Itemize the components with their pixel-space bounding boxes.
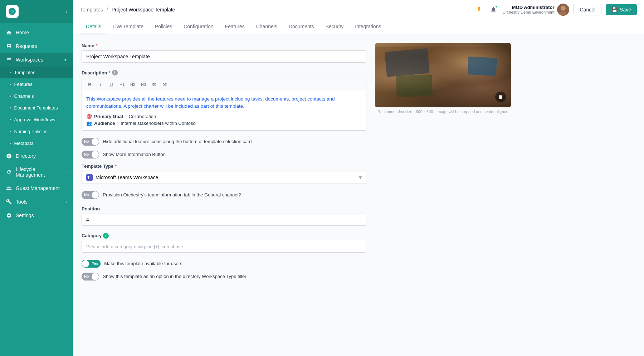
sidebar-item-settings[interactable]: Settings › bbox=[0, 209, 73, 222]
rte-bold-button[interactable]: B bbox=[86, 80, 94, 89]
sidebar-item-lifecycle[interactable]: Lifecycle Management › bbox=[0, 163, 73, 181]
rte-h1-button[interactable]: H1 bbox=[118, 80, 126, 89]
content-right: Recommended size - 600 x 600 - Image wil… bbox=[375, 43, 511, 286]
main-area: Templates / Project Workspace Template M… bbox=[73, 0, 644, 356]
sidebar-item-workspaces[interactable]: Workspaces ▼ bbox=[0, 53, 73, 67]
app-logo[interactable] bbox=[6, 5, 19, 18]
tab-integrations[interactable]: Integrations bbox=[349, 19, 387, 34]
sidebar-item-label-tools: Tools bbox=[16, 199, 63, 205]
tabs-bar: Details Live Template Policies Configura… bbox=[73, 19, 644, 34]
tab-policies[interactable]: Policies bbox=[149, 19, 178, 34]
rte-h3-button[interactable]: H3 bbox=[139, 80, 148, 89]
show-directory-toggle-row: No Show this template as an option in th… bbox=[82, 273, 366, 281]
svg-point-3 bbox=[561, 6, 566, 11]
tab-features[interactable]: Features bbox=[219, 19, 250, 34]
rte-content[interactable]: This Workspace provides all the features… bbox=[82, 91, 366, 131]
tab-details[interactable]: Details bbox=[80, 19, 107, 34]
rte-description-text: This Workspace provides all the features… bbox=[86, 96, 362, 110]
rte-link-button[interactable] bbox=[150, 80, 158, 89]
tools-chevron: › bbox=[66, 200, 67, 204]
rte-primary-goal: 🎯 Primary Goal : Collaboration bbox=[86, 114, 362, 119]
save-icon: 💾 bbox=[611, 7, 618, 13]
cancel-button[interactable]: Cancel bbox=[574, 4, 601, 15]
show-directory-knob bbox=[92, 273, 99, 280]
show-more-info-toggle[interactable]: No bbox=[82, 151, 99, 159]
sidebar-item-tools[interactable]: Tools › bbox=[0, 195, 73, 209]
category-check-icon: ✓ bbox=[103, 233, 109, 239]
content-grid: Name * Description * i B I bbox=[82, 43, 511, 286]
provision-label: Provision Orchestry's team information t… bbox=[103, 192, 241, 197]
rte-meta: 🎯 Primary Goal : Collaboration 👥 Audienc… bbox=[86, 114, 362, 126]
position-field: Position bbox=[82, 206, 366, 226]
sidebar-item-templates[interactable]: Templates bbox=[0, 67, 73, 78]
user-name: MOD Administrator bbox=[503, 5, 555, 10]
rte-toolbar: B I U H1 H2 H3 bbox=[82, 78, 366, 91]
position-input[interactable] bbox=[82, 214, 366, 226]
save-button[interactable]: 💾 Save bbox=[606, 4, 637, 15]
notification-icon[interactable] bbox=[488, 5, 498, 15]
provision-no-label: No bbox=[82, 191, 91, 199]
tab-channels[interactable]: Channels bbox=[250, 19, 283, 34]
show-directory-toggle[interactable]: No bbox=[82, 273, 99, 281]
hide-icons-toggle-row: No Hide additional feature icons along t… bbox=[82, 138, 366, 146]
rte-italic-button[interactable]: I bbox=[96, 80, 105, 89]
lightning-icon[interactable] bbox=[474, 5, 484, 15]
primary-goal-value: Collaboration bbox=[129, 114, 156, 119]
lifecycle-icon bbox=[6, 169, 12, 175]
breadcrumb-parent[interactable]: Templates bbox=[80, 7, 103, 13]
save-label: Save bbox=[620, 7, 631, 13]
content-left: Name * Description * i B I bbox=[82, 43, 366, 286]
category-field: Category ✓ Please add a category using t… bbox=[82, 233, 366, 253]
name-required-marker: * bbox=[96, 43, 97, 48]
description-info-icon[interactable]: i bbox=[112, 70, 118, 75]
sidebar-item-directory[interactable]: Directory bbox=[0, 149, 73, 163]
sidebar-logo: ‹ bbox=[0, 0, 73, 23]
rte-h2-button[interactable]: H2 bbox=[128, 80, 137, 89]
primary-goal-key: Primary Goal bbox=[94, 114, 123, 119]
rte-unlink-button[interactable] bbox=[161, 80, 169, 89]
category-placeholder: Please add a category using the [+] icon… bbox=[86, 244, 183, 249]
category-input[interactable]: Please add a category using the [+] icon… bbox=[82, 241, 366, 253]
make-available-toggle[interactable]: Yes bbox=[82, 260, 101, 268]
breadcrumb-current: Project Workspace Template bbox=[112, 7, 175, 13]
make-available-knob bbox=[82, 260, 89, 267]
sidebar-item-channels[interactable]: Channels bbox=[0, 90, 73, 102]
notification-badge bbox=[495, 5, 498, 8]
rte-audience: 👥 Audience : Internal stakeholders withi… bbox=[86, 121, 362, 126]
goal-icon: 🎯 bbox=[86, 114, 92, 119]
audience-value: Internal stakeholders within Contoso bbox=[121, 121, 196, 126]
sidebar-item-naming-policies[interactable]: Naming Policies bbox=[0, 126, 73, 137]
sidebar-item-guest-management[interactable]: Guest Management › bbox=[0, 181, 73, 195]
user-environment: Orchestry Demo Environment bbox=[503, 10, 555, 14]
sidebar-item-approval-workflows[interactable]: Approval Workflows bbox=[0, 114, 73, 126]
sidebar-item-metadata[interactable]: Metadata bbox=[0, 137, 73, 149]
sidebar-item-features[interactable]: Features bbox=[0, 78, 73, 90]
sidebar-item-home[interactable]: Home bbox=[0, 26, 73, 39]
upload-delete-button[interactable] bbox=[495, 92, 506, 102]
template-type-select[interactable]: T Microsoft Teams Workspace bbox=[82, 171, 366, 184]
sidebar-item-label-approval-workflows: Approval Workflows bbox=[14, 117, 55, 122]
sidebar-item-label-channels: Channels bbox=[14, 93, 34, 99]
hide-icons-toggle[interactable]: No bbox=[82, 138, 99, 146]
sidebar-item-label-workspaces: Workspaces bbox=[16, 57, 60, 63]
sidebar-item-label-guest-management: Guest Management bbox=[16, 185, 63, 191]
user-avatar[interactable] bbox=[557, 4, 569, 16]
tab-configuration[interactable]: Configuration bbox=[178, 19, 219, 34]
image-upload-area bbox=[375, 43, 511, 107]
sidebar: ‹ Home Requests Workspaces ▼ Templat bbox=[0, 0, 73, 356]
category-label: Category ✓ bbox=[82, 233, 366, 239]
sidebar-item-document-templates[interactable]: Document Templates bbox=[0, 102, 73, 114]
sidebar-back-button[interactable]: ‹ bbox=[65, 8, 67, 15]
provision-toggle[interactable]: No bbox=[82, 191, 99, 199]
tab-security[interactable]: Security bbox=[320, 19, 350, 34]
name-input[interactable] bbox=[82, 50, 366, 63]
show-directory-no-label: No bbox=[82, 273, 91, 281]
provision-knob bbox=[92, 191, 99, 199]
position-label: Position bbox=[82, 206, 366, 211]
sidebar-item-requests[interactable]: Requests bbox=[0, 39, 73, 53]
requests-icon bbox=[6, 43, 12, 49]
tab-documents[interactable]: Documents bbox=[283, 19, 320, 34]
rte-underline-button[interactable]: U bbox=[107, 80, 116, 89]
show-more-info-knob bbox=[92, 151, 99, 158]
tab-live-template[interactable]: Live Template bbox=[107, 19, 149, 34]
